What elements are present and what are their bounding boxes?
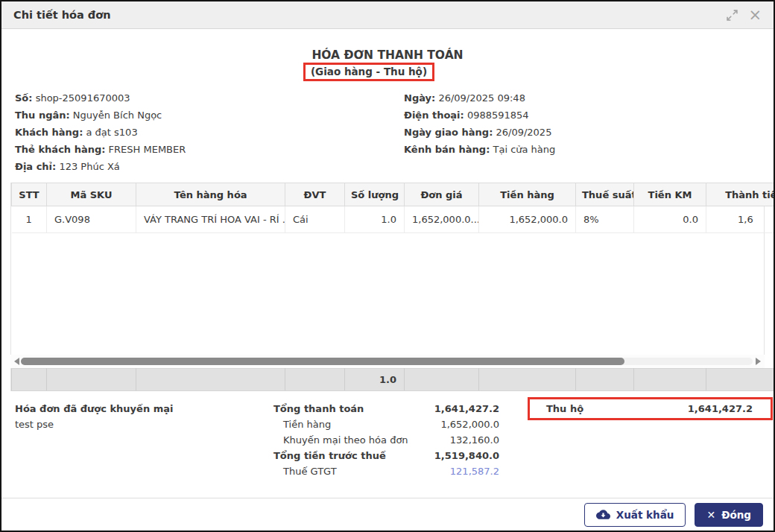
col-discount: Tiền KM bbox=[634, 183, 706, 206]
goods-amount-row: Tiền hàng 1,652,000.0 bbox=[273, 417, 499, 432]
thu-ho-value: 1,641,427.2 bbox=[688, 403, 753, 414]
cell-quantity: 1.0 bbox=[345, 206, 405, 233]
invoice-subtitle-row: (Giao hàng - Thu hộ) bbox=[1, 63, 774, 81]
expand-icon[interactable] bbox=[727, 10, 738, 21]
totals-quantity: 1.0 bbox=[345, 369, 405, 391]
annotation-box-subtitle: (Giao hàng - Thu hộ) bbox=[303, 63, 434, 81]
cell-total: 1,6 bbox=[706, 206, 775, 233]
info-phone: Điện thoại: 0988591854 bbox=[404, 107, 760, 124]
table-row[interactable]: 1 G.V098 VÁY TRANG TRÍ HOA VAI - RÍ ... … bbox=[12, 206, 775, 233]
cell-stt: 1 bbox=[12, 206, 47, 233]
invoice-info-left: Số: shop-25091670003 Thu ngân: Nguyễn Bí… bbox=[15, 89, 404, 175]
col-unit-price: Đơn giá bbox=[405, 183, 479, 206]
invoice-info-right: Ngày: 26/09/2025 09:48 Điện thoại: 09885… bbox=[404, 89, 760, 175]
promo-note-value: test pse bbox=[15, 417, 173, 432]
col-product-name: Tên hàng hóa bbox=[136, 183, 285, 206]
invoice-discount-row: Khuyến mại theo hóa đơn 132,160.0 bbox=[273, 432, 499, 448]
cell-tax-rate: 8% bbox=[576, 206, 634, 233]
vat-amount-link[interactable]: 121,587.2 bbox=[450, 463, 499, 479]
annotation-box-thu-ho: Thu hộ 1,641,427.2 bbox=[528, 397, 773, 420]
items-table-viewport: STT Mã SKU Tên hàng hóa ĐVT Số lượng Đơn… bbox=[11, 183, 774, 233]
table-header-row: STT Mã SKU Tên hàng hóa ĐVT Số lượng Đơn… bbox=[12, 183, 775, 206]
cell-discount: 0.0 bbox=[634, 206, 706, 233]
cell-product-name: VÁY TRANG TRÍ HOA VAI - RÍ ... bbox=[136, 206, 285, 233]
table-totals-strip: 1.0 bbox=[10, 368, 765, 391]
thu-ho-label: Thu hộ bbox=[546, 403, 583, 414]
col-total: Thành tiền bbox=[706, 183, 775, 206]
invoice-info: Số: shop-25091670003 Thu ngân: Nguyễn Bí… bbox=[1, 89, 774, 175]
invoice-detail-modal: Chi tiết hóa đơn × HÓA ĐƠN THANH TOÁN (G… bbox=[0, 0, 775, 532]
col-sku: Mã SKU bbox=[47, 183, 136, 206]
info-address: Địa chỉ: 123 Phúc Xá bbox=[15, 158, 404, 175]
cell-unit-price: 1,652,000.0... bbox=[405, 206, 479, 233]
promo-note: Hóa đơn đã được khuyến mại test pse bbox=[15, 401, 173, 432]
info-date: Ngày: 26/09/2025 09:48 bbox=[404, 89, 760, 107]
invoice-subtitle: (Giao hàng - Thu hộ) bbox=[311, 66, 427, 77]
pre-tax-total-row: Tổng tiền trước thuế 1,519,840.0 bbox=[273, 448, 499, 463]
items-table: STT Mã SKU Tên hàng hóa ĐVT Số lượng Đơn… bbox=[10, 183, 765, 355]
total-payment-row: Tổng thanh toán 1,641,427.2 bbox=[273, 401, 499, 417]
info-cashier: Thu ngân: Nguyễn Bích Ngọc bbox=[15, 107, 404, 124]
table-empty-space bbox=[11, 233, 764, 355]
cloud-download-icon bbox=[596, 510, 610, 519]
info-customer: Khách hàng: a đạt s103 bbox=[15, 124, 404, 141]
info-customer-card: Thẻ khách hàng: FRESH MEMBER bbox=[15, 141, 404, 158]
export-button[interactable]: Xuất khẩu bbox=[584, 503, 686, 527]
info-sales-channel: Kênh bán hàng: Tại cửa hàng bbox=[404, 141, 760, 158]
scroll-left-arrow-icon[interactable] bbox=[14, 358, 19, 365]
cell-sku: G.V098 bbox=[47, 206, 136, 233]
footer-bar: Xuất khẩu ✕ Đóng bbox=[1, 498, 774, 531]
vat-row: Thuế GTGT 121,587.2 bbox=[273, 463, 499, 479]
modal-header: Chi tiết hóa đơn × bbox=[1, 1, 774, 29]
cell-amount: 1,652,000.0 bbox=[479, 206, 576, 233]
totals-list: Tổng thanh toán 1,641,427.2 Tiền hàng 1,… bbox=[273, 401, 499, 479]
close-button-x-icon: ✕ bbox=[706, 509, 715, 521]
scrollbar-thumb[interactable] bbox=[21, 358, 624, 365]
promo-note-title: Hóa đơn đã được khuyến mại bbox=[15, 401, 173, 417]
modal-title: Chi tiết hóa đơn bbox=[13, 9, 727, 21]
table-totals-row: 1.0 bbox=[12, 369, 775, 391]
col-amount: Tiền hàng bbox=[479, 183, 576, 206]
col-tax-rate: Thuế suất bbox=[576, 183, 634, 206]
col-stt: STT bbox=[12, 183, 47, 206]
close-icon[interactable]: × bbox=[748, 7, 762, 23]
scroll-right-arrow-icon[interactable] bbox=[756, 358, 761, 365]
cell-unit: Cái bbox=[285, 206, 345, 233]
col-unit: ĐVT bbox=[285, 183, 345, 206]
invoice-title: HÓA ĐƠN THANH TOÁN bbox=[1, 48, 774, 62]
col-quantity: Số lượng bbox=[345, 183, 405, 206]
horizontal-scrollbar bbox=[10, 355, 765, 368]
close-button[interactable]: ✕ Đóng bbox=[695, 503, 763, 527]
info-delivery-date: Ngày giao hàng: 26/09/2025 bbox=[404, 124, 760, 141]
summary-section: Hóa đơn đã được khuyến mại test pse Tổng… bbox=[1, 391, 774, 492]
info-invoice-number: Số: shop-25091670003 bbox=[15, 89, 404, 107]
